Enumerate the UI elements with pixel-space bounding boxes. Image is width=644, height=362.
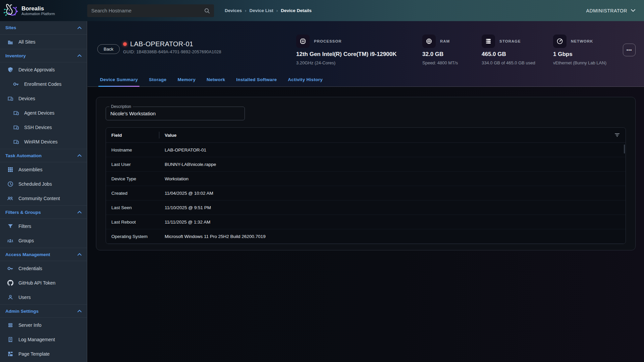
sidebar-section-access-management[interactable]: Access Management	[0, 248, 87, 261]
sidebar-item-device-approvals[interactable]: Device Approvals	[0, 62, 87, 77]
stat-label: STORAGE	[499, 39, 521, 43]
stat-value: 465.0 GB	[482, 51, 535, 58]
row-value: 11/11/2025 @ 1:32 AM	[159, 220, 626, 225]
device-header: Back LAB-OPERATOR-01 GUID: 1B4B386B-649A…	[88, 21, 644, 87]
row-field: Last Seen	[106, 205, 159, 210]
status-dot	[123, 42, 127, 46]
back-button[interactable]: Back	[97, 44, 120, 54]
tab-installed-software[interactable]: Installed Software	[236, 77, 277, 86]
sidebar-item-label: Filters	[18, 224, 31, 229]
user-menu-label: ADMINISTRATOR	[586, 8, 627, 13]
section-label: Admin Settings	[5, 309, 39, 314]
sidebar-item-label: Enrollment Codes	[24, 81, 61, 87]
stat-sub: vEthernet (Bunny Lab LAN)	[553, 60, 606, 65]
sidebar: Sites All Sites Inventory Device Approva…	[0, 21, 87, 362]
tab-memory[interactable]: Memory	[177, 77, 196, 86]
row-field: Device Type	[106, 176, 159, 181]
table-header: Field Value	[106, 128, 626, 143]
shield-check-icon	[7, 66, 13, 73]
stat-label: RAM	[440, 39, 450, 43]
sidebar-section-admin-settings[interactable]: Admin Settings	[0, 304, 87, 318]
breadcrumb-device-details: Device Details	[281, 8, 312, 13]
sidebar-item-page-template[interactable]: Page Template	[0, 347, 87, 361]
user-menu[interactable]: ADMINISTRATOR	[586, 8, 635, 13]
device-title-block: LAB-OPERATOR-01 GUID: 1B4B386B-649A-4701…	[123, 40, 221, 54]
rabbit-logo-icon	[3, 3, 18, 18]
search-input[interactable]	[91, 8, 204, 13]
chevron-up-icon	[77, 211, 82, 214]
sidebar-section-task-automation[interactable]: Task Automation	[0, 149, 87, 162]
stat-ram: RAM 32.0 GB Speed: 4800 MT/s	[422, 35, 458, 65]
sidebar-item-agent-devices[interactable]: Agent Devices	[0, 106, 87, 120]
sidebar-item-devices[interactable]: Devices	[0, 91, 87, 106]
sidebar-section-inventory[interactable]: Inventory	[0, 49, 87, 62]
sidebar-item-scheduled-jobs[interactable]: Scheduled Jobs	[0, 177, 87, 191]
filter-icon	[7, 223, 13, 229]
sidebar-item-label: Agent Devices	[24, 110, 54, 116]
filter-list-icon[interactable]	[614, 132, 621, 138]
sidebar-item-ssh-devices[interactable]: SSH Devices	[0, 120, 87, 134]
sidebar-item-community-content[interactable]: Community Content	[0, 191, 87, 205]
chevron-up-icon	[77, 154, 82, 157]
chevron-down-icon	[631, 9, 635, 12]
sidebar-item-assemblies[interactable]: Assemblies	[0, 162, 87, 177]
sidebar-item-label: Scheduled Jobs	[18, 181, 52, 187]
cpu-icon	[296, 35, 310, 48]
sidebar-item-users[interactable]: Users	[0, 290, 87, 304]
sidebar-item-credentials[interactable]: Credentials	[0, 261, 87, 276]
row-field: Hostname	[106, 147, 159, 153]
sidebar-item-filters[interactable]: Filters	[0, 219, 87, 233]
table-row: Device Type Workstation	[106, 172, 626, 186]
chevron-up-icon	[77, 54, 82, 57]
section-label: Access Management	[5, 252, 50, 257]
sidebar-item-log-management[interactable]: Log Management	[0, 332, 87, 347]
ram-icon	[422, 35, 436, 48]
device-guid: GUID: 1B4B386B-649A-4701-9892-2057690A10…	[123, 50, 221, 54]
tab-activity-history[interactable]: Activity History	[288, 77, 323, 86]
stat-label: NETWORK	[571, 39, 593, 43]
breadcrumb-separator: ›	[276, 8, 278, 13]
content-area: Description Field Value Hostname LAB-OPE…	[88, 87, 644, 362]
stat-sub: Speed: 4800 MT/s	[422, 60, 458, 65]
key-icon	[13, 81, 19, 87]
search-box[interactable]	[87, 4, 214, 17]
breadcrumb-device-list[interactable]: Device List	[250, 8, 273, 13]
description-field: Description	[106, 107, 245, 120]
table-row: Last Seen 11/10/2025 @ 9:51 PM	[106, 200, 626, 215]
sidebar-item-all-sites[interactable]: All Sites	[0, 35, 87, 49]
grid-icon	[7, 166, 13, 173]
table-scrollbar[interactable]	[624, 144, 625, 154]
row-field: Created	[106, 191, 159, 196]
sidebar-item-label: Assemblies	[18, 167, 43, 172]
row-field: Last Reboot	[106, 220, 159, 225]
tab-device-summary[interactable]: Device Summary	[100, 77, 138, 86]
sidebar-section-sites[interactable]: Sites	[0, 21, 87, 35]
sidebar-item-label: Groups	[18, 238, 34, 243]
section-label: Task Automation	[5, 153, 42, 158]
sidebar-item-enrollment-codes[interactable]: Enrollment Codes	[0, 77, 87, 91]
sidebar-item-label: SSH Devices	[24, 125, 52, 130]
column-header-field: Field	[106, 133, 159, 138]
sidebar-item-github-api-token[interactable]: GitHub API Token	[0, 276, 87, 290]
building-icon	[7, 39, 13, 45]
sidebar-section-filters-groups[interactable]: Filters & Groups	[0, 205, 87, 219]
tab-storage[interactable]: Storage	[149, 77, 166, 86]
column-header-value: Value	[159, 133, 614, 138]
sidebar-item-label: Credentials	[18, 266, 42, 271]
sidebar-item-groups[interactable]: Groups	[0, 233, 87, 248]
row-value: 11/10/2025 @ 9:51 PM	[159, 205, 626, 210]
more-actions-button[interactable]: •••	[623, 44, 636, 56]
row-value: Microsoft Windows 11 Pro 25H2 Build 2620…	[159, 234, 626, 239]
summary-table: Field Value Hostname LAB-OPERATOR-01 Las…	[106, 127, 626, 244]
stat-sub: 334.0 GB of 465.0 GB used	[482, 60, 535, 65]
section-label: Inventory	[5, 53, 26, 58]
sidebar-item-label: GitHub API Token	[18, 280, 55, 286]
sidebar-item-winrm-devices[interactable]: WinRM Devices	[0, 134, 87, 149]
sidebar-item-server-info[interactable]: Server Info	[0, 318, 87, 332]
sidebar-item-label: Page Template	[18, 351, 50, 357]
tab-network[interactable]: Network	[207, 77, 225, 86]
log-icon	[7, 336, 13, 343]
chevron-up-icon	[77, 310, 82, 312]
layout-icon	[7, 351, 13, 357]
breadcrumb-devices[interactable]: Devices	[225, 8, 242, 13]
